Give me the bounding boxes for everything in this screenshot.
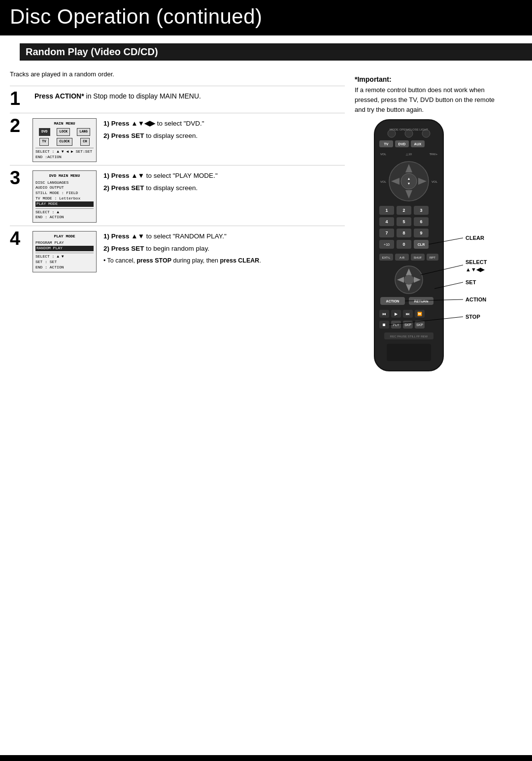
section-title-bar: Random Play (Video CD/CD)	[20, 43, 532, 61]
svg-point-19	[401, 173, 417, 189]
svg-text:▲▼◀▶: ▲▼◀▶	[466, 266, 485, 272]
step-4-screen: PLAY MODE PROGRAM PLAY RANDOM PLAY SELEC…	[33, 231, 97, 272]
page-number: 36	[10, 759, 28, 761]
important-box: *Important: If a remote control button d…	[355, 75, 502, 115]
screen-2-footer: SELECT : ▲ ▼ ◀ ▶ SET:SET END :ACTION	[35, 148, 94, 160]
svg-text:SHUF: SHUF	[414, 256, 422, 259]
left-column: Tracks are played in a random order. 1 P…	[10, 66, 355, 726]
svg-text:EXT-L: EXT-L	[382, 256, 391, 259]
screen-2-icons: DVD LOCK LANG	[35, 128, 94, 136]
svg-text:5: 5	[402, 219, 405, 224]
step-4-number: 4	[10, 229, 30, 248]
svg-text:SELECT: SELECT	[466, 259, 487, 265]
screen-4-footer: SELECT : ▲ ▼ SET : SET END : ACTION	[35, 253, 94, 270]
step-1-content: Press ACTION* in Stop mode to display MA…	[34, 91, 345, 101]
icon-tv: TV	[39, 138, 48, 146]
screen-2-title: MAIN MENU	[35, 121, 94, 126]
important-title: *Important:	[355, 75, 502, 83]
step-3: 3 DVD MAIN MENU DISC LANGUAGES AUDIO OUT…	[10, 165, 345, 223]
step-1: 1 Press ACTION* in Stop mode to display …	[10, 86, 345, 108]
step-2-number: 2	[10, 116, 30, 135]
footer: 36 For assistance, please call : 1-800-2…	[0, 755, 532, 761]
icon-language: LANG	[77, 128, 90, 136]
svg-text:▲: ▲	[407, 177, 411, 180]
svg-text:1: 1	[385, 208, 388, 213]
svg-text:2: 2	[402, 208, 405, 213]
svg-text:⏩: ⏩	[417, 311, 422, 316]
important-text: If a remote control button does not work…	[355, 85, 502, 115]
step-4: 4 PLAY MODE PROGRAM PLAY RANDOM PLAY SEL…	[10, 226, 345, 272]
svg-text:CLEAR: CLEAR	[466, 235, 484, 241]
page-header: Disc Operation (continued)	[0, 0, 532, 35]
screen-3-title: DVD MAIN MENU	[35, 173, 94, 178]
step-4-bullet: • To cancel, press STOP during play, the…	[103, 256, 345, 265]
svg-text:VOL: VOL	[380, 153, 387, 156]
svg-text:RETURN: RETURN	[414, 299, 428, 303]
svg-text:⏹: ⏹	[382, 323, 386, 327]
step-2-instructions: 1) Press ▲▼◀▶ to select "DVD." 2) Press …	[103, 118, 345, 142]
svg-text:TRK/+: TRK/+	[429, 153, 438, 156]
svg-text:STOP: STOP	[466, 314, 480, 320]
icon-dvd: DVD	[39, 128, 50, 136]
subtitle-text: Tracks are played in a random order.	[10, 70, 345, 78]
svg-text:REC PAUSE STILL FF REW: REC PAUSE STILL FF REW	[390, 335, 428, 338]
screen-4-title: PLAY MODE	[35, 233, 94, 239]
svg-text:⏮: ⏮	[382, 312, 386, 316]
svg-text:SKP: SKP	[416, 323, 423, 327]
svg-rect-95	[387, 344, 431, 361]
screen-2-icons-row2: TV CLOCK CH	[35, 138, 94, 146]
step-3-instructions: 1) Press ▲▼ to select "PLAY MODE." 2) Pr…	[103, 170, 345, 195]
icon-lock: LOCK	[57, 128, 70, 136]
svg-text:▶: ▶	[395, 312, 398, 316]
section-title: Random Play (Video CD/CD)	[26, 46, 526, 58]
svg-text:DVD: DVD	[399, 142, 406, 146]
svg-text:A-B: A-B	[399, 256, 404, 259]
step-3-number: 3	[10, 168, 30, 187]
svg-text:6: 6	[420, 219, 422, 224]
svg-text:3: 3	[420, 208, 422, 213]
svg-text:ACTION: ACTION	[466, 297, 486, 302]
icon-ch: CH	[80, 138, 89, 146]
svg-text:ACTION: ACTION	[386, 299, 399, 303]
svg-point-63	[404, 275, 414, 285]
step-2-screen: MAIN MENU DVD LOCK LANG TV CLOCK CH SELE…	[33, 118, 97, 162]
svg-text:4: 4	[385, 219, 388, 224]
step-4-instructions: 1) Press ▲▼ to select "RANDOM PLAY." 2) …	[103, 231, 345, 265]
right-column: *Important: If a remote control button d…	[355, 66, 522, 726]
svg-text:RPT: RPT	[430, 256, 435, 259]
svg-text:MODE OPEN/CLOSE LIGHT: MODE OPEN/CLOSE LIGHT	[390, 128, 428, 131]
svg-text:8: 8	[402, 231, 405, 235]
step-4-screen-area: PLAY MODE PROGRAM PLAY RANDOM PLAY SELEC…	[33, 231, 345, 272]
step-3-screen-area: DVD MAIN MENU DISC LANGUAGES AUDIO OUTPU…	[33, 170, 345, 223]
step-3-screen: DVD MAIN MENU DISC LANGUAGES AUDIO OUTPU…	[33, 170, 97, 223]
svg-text:AUX: AUX	[414, 142, 422, 146]
svg-text:▼: ▼	[407, 182, 411, 185]
svg-text:9: 9	[420, 231, 422, 235]
remote-area: MODE OPEN/CLOSE LIGHT TV DVD AUX VOL △10…	[355, 120, 522, 377]
screen-3-footer: SELECT : ▲ END : ACTION	[35, 208, 94, 221]
svg-text:SET: SET	[466, 279, 476, 285]
step-2-screen-area: MAIN MENU DVD LOCK LANG TV CLOCK CH SELE…	[33, 118, 345, 162]
svg-text:SKP: SKP	[404, 323, 411, 327]
svg-text:TV: TV	[384, 142, 389, 146]
svg-text:VOL: VOL	[432, 180, 438, 183]
step-2: 2 MAIN MENU DVD LOCK LANG TV CLOCK CH	[10, 113, 345, 162]
svg-text:VOL: VOL	[380, 180, 387, 183]
svg-text:7: 7	[385, 231, 388, 235]
remote-svg: MODE OPEN/CLOSE LIGHT TV DVD AUX VOL △10…	[360, 120, 458, 376]
svg-text:CLR: CLR	[418, 243, 425, 246]
svg-text:+10: +10	[384, 243, 390, 246]
step-1-text: Press ACTION* in Stop mode to display MA…	[34, 91, 345, 101]
page-title: Disc Operation (continued)	[10, 5, 522, 29]
svg-text:0: 0	[402, 242, 405, 247]
remote-wrapper: MODE OPEN/CLOSE LIGHT TV DVD AUX VOL △10…	[360, 120, 517, 377]
icon-clock: CLOCK	[57, 138, 72, 146]
svg-text:△10: △10	[406, 153, 412, 156]
svg-text:⏭: ⏭	[406, 312, 410, 316]
step-1-number: 1	[10, 89, 30, 108]
